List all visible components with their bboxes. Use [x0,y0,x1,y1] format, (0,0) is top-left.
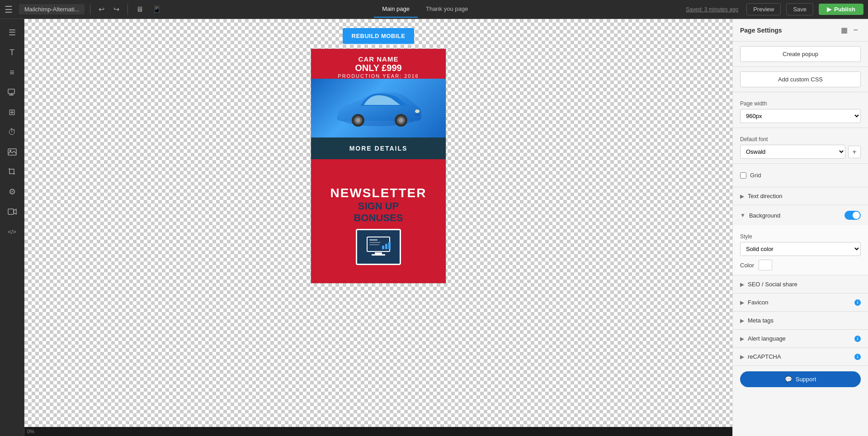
grid-label[interactable]: Grid [750,172,761,179]
car-section: CAR NAME ONLY £999 PRODUCTION YEAR: 2016 [311,49,446,159]
divider [90,4,90,15]
progress-text: 0% [27,429,34,434]
left-sidebar: ☰ T ≡ ⊞ ⏱ ⚙ [0,19,24,436]
mobile-view-button[interactable]: 📱 [150,3,164,15]
meta-tags-header[interactable]: ▶ Meta tags [733,312,868,329]
create-popup-button[interactable]: Create popup [740,46,861,62]
desktop-view-button[interactable]: 🖥 [133,4,146,15]
text-direction-header[interactable]: ▶ Text direction [733,187,868,205]
background-toggle[interactable] [844,211,861,220]
create-popup-section: Create popup [733,42,868,67]
default-font-section: Default font Oswald + [733,128,868,164]
svg-rect-21 [382,246,384,249]
favicon-header[interactable]: ▶ Favicon i [733,294,868,311]
background-header[interactable]: ▼ Background [733,205,868,225]
sidebar-item-video[interactable] [3,203,21,221]
redo-icon: ↪ [113,5,119,14]
tab-thank-you-page[interactable]: Thank you page [418,1,476,18]
page-width-label: Page width [740,100,861,107]
top-shapes-decoration [311,159,446,177]
sidebar-item-text[interactable]: T [3,43,21,62]
svg-rect-14 [415,114,420,116]
svg-rect-20 [369,244,379,245]
car-price-value: £999 [382,63,402,73]
text-direction-title: Text direction [748,193,861,199]
svg-rect-16 [375,252,382,254]
undo-button[interactable]: ↩ [96,3,107,15]
tab-main-page[interactable]: Main page [374,1,418,18]
page-tabs: Main page Thank you page [374,1,476,18]
car-price: ONLY £999 [316,63,441,73]
svg-point-12 [399,118,403,123]
font-select-row: Oswald + [740,145,861,159]
sidebar-item-rows[interactable]: ≡ [3,63,21,81]
recaptcha-title: reCAPTCHA [748,353,853,360]
svg-rect-5 [8,209,14,214]
newsletter-monitor-icon [356,229,401,265]
canvas-page: CAR NAME ONLY £999 PRODUCTION YEAR: 2016 [311,48,446,284]
background-style-select[interactable]: Solid color Gradient Image [740,242,861,256]
right-sidebar: Page Settings ▦ − Create popup Add custo… [732,19,868,436]
recaptcha-chevron: ▶ [740,354,744,360]
alert-language-info-icon[interactable]: i [854,336,861,342]
background-section: ▼ Background Style Solid color Gradient … [733,205,868,275]
page-width-section: Page width 960px 1200px 1440px Auto [733,92,868,128]
add-font-button[interactable]: + [848,146,861,158]
newsletter-content: NEWSLETTER SIGN UP BONUSES [311,177,446,274]
support-button[interactable]: 💬 Support [740,371,861,387]
canvas-area[interactable]: REBUILD MOBILE CAR NAME ONLY £999 PRODUC… [24,19,732,436]
seo-header[interactable]: ▶ SEO / Social share [733,275,868,293]
save-button[interactable]: Save [786,3,813,15]
svg-rect-17 [372,254,385,256]
page-tab-title: Mailchimp-Alternati... [19,4,85,14]
more-details-button[interactable]: MORE DETAILS [311,137,446,159]
font-select[interactable]: Oswald [740,145,845,159]
sidebar-item-code[interactable]: </> [3,223,21,241]
color-row: Color [740,260,861,270]
recaptcha-info-icon[interactable]: i [854,354,861,360]
svg-rect-2 [11,94,12,95]
alert-language-section: ▶ Alert language i [733,330,868,348]
preview-button[interactable]: Preview [746,3,781,15]
recaptcha-section: ▶ reCAPTCHA i [733,348,868,366]
custom-css-section: Add custom CSS [733,67,868,92]
sidebar-item-screen[interactable] [3,83,21,101]
sidebar-item-integrations[interactable]: ⚙ [3,183,21,201]
publish-button[interactable]: ▶ Publish [819,4,863,15]
svg-rect-19 [369,242,381,243]
sidebar-item-widgets[interactable]: ⊞ [3,103,21,121]
favicon-section: ▶ Favicon i [733,294,868,312]
support-label: Support [796,376,816,383]
progress-bar-area: 0% [24,427,732,436]
sidebar-item-crop[interactable] [3,163,21,181]
svg-point-13 [415,109,420,113]
recaptcha-header[interactable]: ▶ reCAPTCHA i [733,348,868,365]
sidebar-item-layers[interactable]: ☰ [3,24,21,42]
car-year: PRODUCTION YEAR: 2016 [316,73,441,79]
color-swatch[interactable] [759,260,772,270]
redo-button[interactable]: ↪ [111,3,122,15]
mobile-icon: 📱 [152,5,161,14]
grid-icon-button[interactable]: ▦ [841,24,848,36]
undo-icon: ↩ [99,5,104,14]
main-layout: ☰ T ≡ ⊞ ⏱ ⚙ [0,19,868,436]
sidebar-item-image[interactable] [3,143,21,161]
page-settings-header: Page Settings ▦ − [733,19,868,42]
publish-icon: ▶ [827,6,831,13]
sidebar-item-timer[interactable]: ⏱ [3,123,21,141]
rebuild-mobile-button[interactable]: REBUILD MOBILE [343,28,415,44]
page-width-select[interactable]: 960px 1200px 1440px Auto [740,109,861,123]
alert-language-header[interactable]: ▶ Alert language i [733,330,868,347]
car-name: CAR NAME [316,55,441,63]
favicon-info-icon[interactable]: i [854,299,861,306]
car-price-prefix: ONLY [355,63,382,73]
newsletter-subtitle-line2: BONUSES [320,212,437,224]
svg-point-9 [356,118,360,123]
grid-checkbox[interactable] [740,172,746,179]
logo-icon: ☰ [5,4,13,15]
add-custom-css-button[interactable]: Add custom CSS [740,71,861,87]
close-panel-button[interactable]: − [850,24,861,36]
panel-title: Page Settings [740,27,782,34]
seo-title: SEO / Social share [748,281,861,288]
car-image [311,79,446,137]
